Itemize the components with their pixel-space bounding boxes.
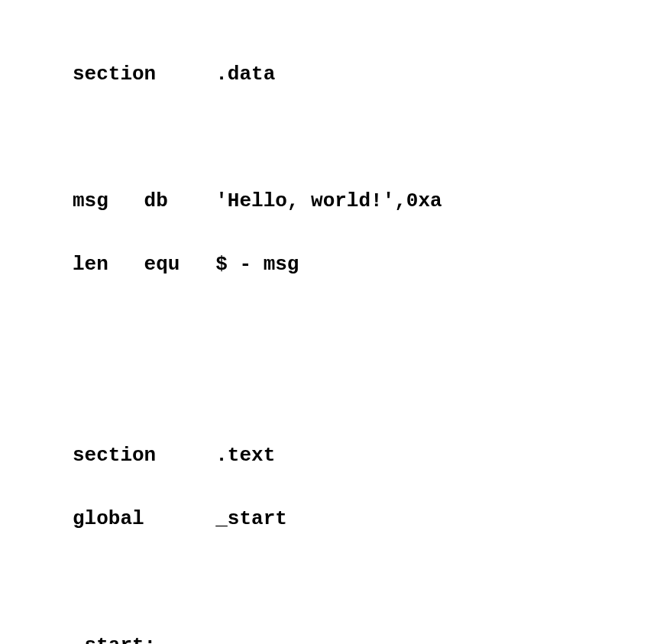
code-line: global _start: [73, 503, 660, 536]
assembly-code-block: section .data msg db 'Hello, world!',0xa…: [73, 27, 660, 644]
code-line: _start:: [73, 630, 660, 644]
code-line: [73, 567, 660, 599]
code-line: [73, 122, 660, 154]
code-line: [73, 377, 660, 409]
code-line: msg db 'Hello, world!',0xa: [73, 186, 660, 218]
code-line: section .text: [73, 440, 660, 472]
code-line: len equ $ - msg: [73, 249, 660, 281]
code-line: [73, 312, 660, 345]
code-line: section .data: [73, 59, 660, 91]
